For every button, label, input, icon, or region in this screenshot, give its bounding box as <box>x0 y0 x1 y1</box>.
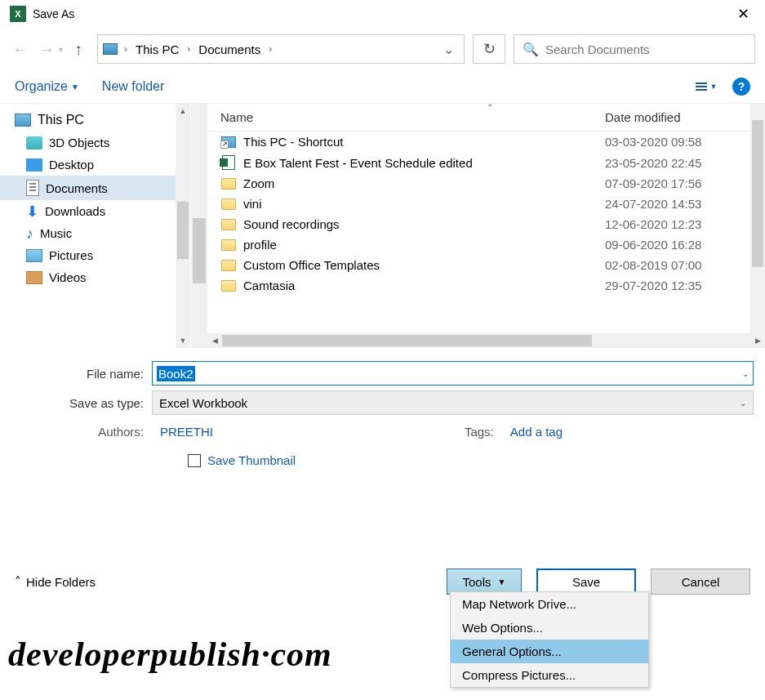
sidebar-item-downloads[interactable]: ⬇Downloads <box>0 200 190 222</box>
shortcut-icon <box>220 136 237 148</box>
address-dropdown[interactable]: ⌄ <box>437 42 460 57</box>
scroll-up-icon[interactable]: ▲ <box>176 104 190 118</box>
tools-menu-item[interactable]: General Options... <box>451 640 648 663</box>
scrollbar-thumb[interactable] <box>222 335 592 346</box>
sidebar-scrollbar[interactable]: ▲ ▼ <box>176 104 190 348</box>
file-name: Sound recordings <box>243 217 605 231</box>
chevron-up-icon: ˄ <box>15 574 21 589</box>
file-date: 12-06-2020 12:23 <box>605 217 752 231</box>
save-thumbnail-label[interactable]: Save Thumbnail <box>207 453 296 467</box>
column-dropdown-icon[interactable]: ⌄ <box>487 99 493 108</box>
tools-menu-item[interactable]: Map Network Drive... <box>451 592 648 616</box>
file-name: vini <box>243 197 605 211</box>
scroll-down-icon[interactable]: ▼ <box>176 333 190 348</box>
file-date: 09-06-2020 16:28 <box>605 238 752 252</box>
help-button[interactable]: ? <box>732 78 750 96</box>
list-row[interactable]: E Box Talent Fest - Event Schedule edite… <box>207 152 765 173</box>
sidebar-item-label: Desktop <box>49 158 94 172</box>
sidebar-item-label: This PC <box>38 113 84 127</box>
sidebar-item-desktop[interactable]: Desktop <box>0 154 190 176</box>
folder-icon <box>220 280 237 292</box>
chevron-down-icon: ▼ <box>710 82 718 91</box>
file-name: profile <box>243 238 605 252</box>
list-row[interactable]: Zoom07-09-2020 17:56 <box>207 173 765 194</box>
chevron-down-icon: ▼ <box>498 577 506 586</box>
chevron-right-icon: › <box>124 43 127 55</box>
chevron-right-icon: › <box>187 43 190 55</box>
up-button[interactable]: ↑ <box>68 38 89 60</box>
search-box[interactable]: 🔍 <box>514 34 755 64</box>
file-name: This PC - Shortcut <box>243 135 605 149</box>
authors-value[interactable]: PREETHI <box>160 425 213 439</box>
folder-icon <box>220 198 237 210</box>
scroll-right-icon[interactable]: ▶ <box>750 337 765 345</box>
pc-icon <box>103 43 118 55</box>
scrollbar-thumb[interactable] <box>177 202 189 259</box>
back-button[interactable]: ← <box>10 38 31 60</box>
sidebar-item-label: Music <box>40 226 72 240</box>
save-thumbnail-checkbox[interactable] <box>188 454 201 467</box>
navbar: ← → ▾ ↑ › This PC › Documents › ⌄ ↻ 🔍 <box>0 28 765 70</box>
scrollbar-thumb[interactable] <box>752 120 763 267</box>
breadcrumb-root[interactable]: This PC <box>132 42 182 56</box>
view-mode-button[interactable]: ▼ <box>693 77 719 96</box>
sidebar-item-documents[interactable]: Documents <box>0 176 190 200</box>
col-name[interactable]: Name <box>220 110 605 124</box>
savetype-select[interactable]: Excel Workbook ⌄ <box>152 390 754 415</box>
authors-label: Authors: <box>7 425 152 439</box>
cancel-button[interactable]: Cancel <box>651 568 750 595</box>
sidebar-item-pictures[interactable]: Pictures <box>0 244 190 266</box>
list-vscrollbar[interactable] <box>750 104 765 333</box>
watermark: developerpublish·com <box>8 635 332 674</box>
folder-icon <box>220 239 237 251</box>
scroll-left-icon[interactable]: ◀ <box>207 337 222 345</box>
list-header: Name Date modified <box>207 104 765 132</box>
chevron-down-icon: ⌄ <box>740 399 746 408</box>
sidebar-item-3d-objects[interactable]: 3D Objects <box>0 132 190 154</box>
organize-button[interactable]: Organize▼ <box>15 79 79 94</box>
scrollbar-thumb[interactable] <box>193 218 206 283</box>
excel-icon <box>220 155 237 170</box>
close-button[interactable]: ✕ <box>724 0 762 28</box>
tags-value[interactable]: Add a tag <box>510 425 563 439</box>
sidebar-item-this-pc[interactable]: This PC <box>0 109 190 132</box>
list-row[interactable]: profile09-06-2020 16:28 <box>207 234 765 255</box>
file-list: ⌄ Name Date modified This PC - Shortcut0… <box>207 104 765 348</box>
file-date: 24-07-2020 14:53 <box>605 197 752 211</box>
breadcrumb-folder[interactable]: Documents <box>195 42 264 56</box>
history-dropdown[interactable]: ▾ <box>59 45 63 54</box>
list-row[interactable]: Custom Office Templates02-08-2019 07:00 <box>207 255 765 275</box>
sidebar: This PC3D ObjectsDesktopDocuments⬇Downlo… <box>0 104 191 348</box>
file-date: 03-03-2020 09:58 <box>605 135 752 149</box>
forward-button[interactable]: → <box>36 38 57 60</box>
file-name: Camtasia <box>243 279 605 292</box>
list-row[interactable]: Sound recordings12-06-2020 12:23 <box>207 214 765 234</box>
refresh-button[interactable]: ↻ <box>473 34 505 64</box>
form-area: File name: Book2 ⌄ Save as type: Excel W… <box>0 348 765 467</box>
tools-menu-item[interactable]: Compress Pictures... <box>451 663 648 687</box>
list-row[interactable]: This PC - Shortcut03-03-2020 09:58 <box>207 132 765 152</box>
body: This PC3D ObjectsDesktopDocuments⬇Downlo… <box>0 103 765 348</box>
filename-dropdown[interactable]: ⌄ <box>742 369 749 378</box>
splitter-scrollbar[interactable] <box>191 104 207 348</box>
sidebar-item-videos[interactable]: Videos <box>0 266 190 288</box>
address-bar[interactable]: › This PC › Documents › ⌄ <box>97 34 465 64</box>
sidebar-item-label: 3D Objects <box>49 136 109 149</box>
tools-menu-item[interactable]: Web Options... <box>451 616 648 640</box>
hide-folders-button[interactable]: ˄ Hide Folders <box>15 574 96 589</box>
new-folder-button[interactable]: New folder <box>102 79 164 94</box>
col-date[interactable]: Date modified <box>605 110 752 124</box>
search-icon: 🔍 <box>523 42 539 57</box>
list-hscrollbar[interactable]: ◀ ▶ <box>207 333 765 348</box>
file-name: Custom Office Templates <box>243 258 605 272</box>
titlebar: Save As ✕ <box>0 0 765 28</box>
chevron-right-icon: › <box>269 43 272 55</box>
folder-icon <box>220 178 237 189</box>
search-input[interactable] <box>545 42 746 56</box>
sidebar-item-music[interactable]: ♪Music <box>0 222 190 244</box>
sidebar-item-label: Videos <box>49 270 87 284</box>
list-row[interactable]: Camtasia29-07-2020 12:35 <box>207 275 765 296</box>
filename-input[interactable] <box>152 361 754 386</box>
list-row[interactable]: vini24-07-2020 14:53 <box>207 194 765 214</box>
sidebar-item-label: Documents <box>46 181 108 195</box>
